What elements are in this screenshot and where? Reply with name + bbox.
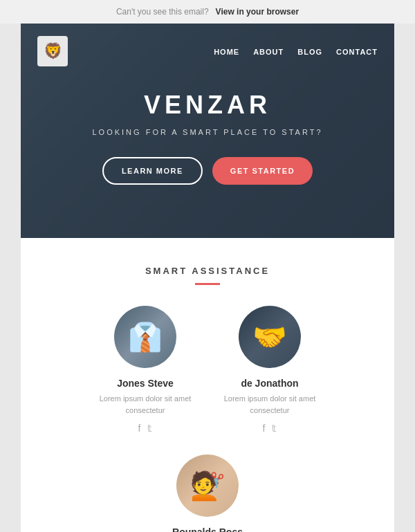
social-icons-2: f 𝕥: [263, 423, 277, 434]
hero-buttons: LEARN MORE GET STARTED: [102, 157, 313, 185]
team-member-3: Rounalds Ross Lorem ipsum dolor sit amet…: [156, 455, 259, 532]
twitter-icon-1[interactable]: 𝕥: [147, 423, 152, 434]
get-started-button[interactable]: GET STARTED: [212, 157, 313, 185]
smart-assistance-section: SMART ASSISTANCE Jones Steve Lorem ipsum…: [21, 238, 394, 532]
top-bar: Can't you see this email? View in your b…: [0, 0, 415, 24]
hero-subtitle: LOOKING FOR A SMART PLACE TO START?: [92, 128, 322, 136]
member-name-3: Rounalds Ross: [172, 526, 243, 532]
email-container: 🦁 HOME ABOUT BLOG CONTACT VENZAR LOOKING…: [21, 24, 394, 532]
pretext: Can't you see this email?: [116, 7, 209, 17]
section-divider: [195, 283, 220, 285]
hero-content: VENZAR LOOKING FOR A SMART PLACE TO STAR…: [21, 24, 394, 238]
member-desc-2: Lorem ipsum dolor sit amet consectetur: [218, 393, 322, 416]
twitter-icon-2[interactable]: 𝕥: [272, 423, 277, 434]
social-icons-1: f 𝕥: [138, 423, 153, 434]
avatar-3: [176, 455, 239, 517]
hero-section: 🦁 HOME ABOUT BLOG CONTACT VENZAR LOOKING…: [21, 24, 394, 238]
section-title: SMART ASSISTANCE: [35, 266, 380, 276]
facebook-icon-1[interactable]: f: [138, 423, 141, 434]
avatar-1: [114, 306, 176, 368]
view-in-browser-link[interactable]: View in your browser: [216, 7, 299, 17]
team-grid: Jones Steve Lorem ipsum dolor sit amet c…: [35, 306, 380, 532]
facebook-icon-2[interactable]: f: [263, 423, 266, 434]
member-name-1: Jones Steve: [117, 378, 174, 389]
team-member-1: Jones Steve Lorem ipsum dolor sit amet c…: [93, 306, 197, 434]
learn-more-button[interactable]: LEARN MORE: [102, 157, 203, 185]
team-member-2: de Jonathon Lorem ipsum dolor sit amet c…: [218, 306, 322, 434]
member-name-2: de Jonathon: [241, 378, 298, 389]
hero-title: VENZAR: [144, 91, 271, 120]
avatar-2: [239, 306, 301, 368]
member-desc-1: Lorem ipsum dolor sit amet consectetur: [93, 393, 197, 416]
